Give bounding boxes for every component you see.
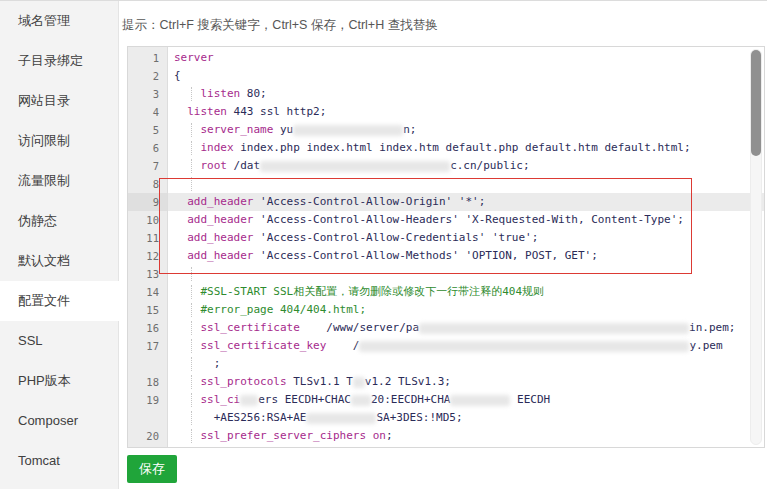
code-text[interactable]: add_header 'Access-Control-Allow-Headers… [168,211,764,229]
code-text[interactable]: listen 443 ssl http2; [168,103,764,121]
sidebar-item-rewrite[interactable]: 伪静态 [0,201,118,241]
syntax-text: EECDH [510,393,550,406]
code-line[interactable]: ; [128,355,764,373]
line-number: 20 [128,427,168,445]
code-text[interactable]: #SSL-START SSL相关配置，请勿删除或修改下一行带注释的404规则 [168,283,764,301]
line-number: 8 [128,175,168,193]
sidebar-item-sitedir[interactable]: 网站目录 [0,81,118,121]
sidebar-item-composer[interactable]: Composer [0,401,118,441]
syntax-text: n; [403,123,416,136]
code-line[interactable]: 2{ [128,67,764,85]
code-text[interactable]: ssl_ciers EECDH+CHAC20:EECDH+CHA EECDH [168,391,764,409]
code-text[interactable]: server [168,49,764,67]
code-text[interactable]: add_header 'Access-Control-Allow-Credent… [168,229,764,247]
code-line[interactable]: 14 #SSL-START SSL相关配置，请勿删除或修改下一行带注释的404规… [128,283,764,301]
redacted-blur [359,341,689,352]
line-number: 16 [128,319,168,337]
line-number: 12 [128,247,168,265]
code-rows[interactable]: 1server2{3 listen 80;4 listen 443 ssl ht… [128,49,764,445]
config-file-editor[interactable]: 1server2{3 listen 80;4 listen 443 ssl ht… [127,46,765,448]
code-line[interactable]: 3 listen 80; [128,85,764,103]
code-text[interactable]: add_header 'Access-Control-Allow-Origin'… [168,193,764,211]
code-line[interactable]: 15 #error_page 404/404.html; [128,301,764,319]
code-text[interactable]: ssl_certificate_key /y.pem [168,337,764,355]
code-text[interactable] [168,265,764,283]
code-line[interactable]: 6 index index.php index.html index.htm d… [128,139,764,157]
code-line[interactable]: 20 ssl_prefer_server_ciphers on; [128,427,764,445]
line-number: 6 [128,139,168,157]
code-line[interactable]: 7 root /datc.cn/public; [128,157,764,175]
sidebar-item-domain[interactable]: 域名管理 [0,1,118,41]
syntax-keyword: listen [201,87,241,100]
syntax-text: ers EECDH+CHAC [258,393,351,406]
syntax-text [174,141,201,154]
save-button[interactable]: 保存 [127,455,177,483]
syntax-text: ; [386,429,393,442]
sidebar-item-traffic[interactable]: 流量限制 [0,161,118,201]
editor-scrollbar[interactable] [750,49,762,445]
line-number: 14 [128,283,168,301]
code-line-active[interactable]: 9 add_header 'Access-Control-Allow-Origi… [128,193,764,211]
code-line[interactable]: +AES256:RSA+AESA+3DES:!MD5; [128,409,764,427]
syntax-keyword: ssl_protocols [201,375,287,388]
editor-hint-text: 提示：Ctrl+F 搜索关键字，Ctrl+S 保存，Ctrl+H 查找替换 [122,17,438,34]
code-line[interactable]: 18 ssl_protocols TLSv1.1 Tv1.2 TLSv1.3; [128,373,764,391]
code-text[interactable] [168,175,764,193]
line-number [128,409,168,427]
redacted-blur [293,125,403,136]
code-text[interactable]: #error_page 404/404.html; [168,301,764,319]
code-text[interactable]: ssl_certificate /www/server/pain.pem; [168,319,764,337]
sidebar-item-php[interactable]: PHP版本 [0,361,118,401]
line-number: 2 [128,67,168,85]
line-number: 5 [128,121,168,139]
code-text[interactable]: ; [168,355,764,373]
code-line[interactable]: 8 [128,175,764,193]
code-line[interactable]: 17 ssl_certificate_key /y.pem [128,337,764,355]
syntax-text [174,231,187,244]
code-text[interactable]: listen 80; [168,85,764,103]
code-text[interactable]: { [168,67,764,85]
code-line[interactable]: 4 listen 443 ssl http2; [128,103,764,121]
syntax-text [174,195,187,208]
syntax-text: y.pem [689,339,722,352]
code-line[interactable]: 10 add_header 'Access-Control-Allow-Head… [128,211,764,229]
scrollbar-thumb[interactable] [751,50,761,156]
code-text[interactable]: +AES256:RSA+AESA+3DES:!MD5; [168,409,764,427]
code-line[interactable]: 1server [128,49,764,67]
code-text[interactable]: ssl_prefer_server_ciphers on; [168,427,764,445]
sidebar-item-access[interactable]: 访问限制 [0,121,118,161]
syntax-text [174,321,201,334]
sidebar-item-default-doc[interactable]: 默认文档 [0,241,118,281]
syntax-text: SA+3DES:!MD5; [376,411,462,424]
sidebar-item-config-file[interactable]: 配置文件 [0,281,119,321]
syntax-text: +AES256:RSA+AE [174,411,306,424]
syntax-text [174,303,201,316]
code-text[interactable]: root /datc.cn/public; [168,157,764,175]
line-number: 17 [128,337,168,355]
syntax-text [174,123,201,136]
line-number: 19 [128,391,168,409]
line-number: 11 [128,229,168,247]
code-text[interactable]: index index.php index.html index.htm def… [168,139,764,157]
main-panel: 提示：Ctrl+F 搜索关键字，Ctrl+S 保存，Ctrl+H 查找替换 1s… [119,1,767,489]
syntax-text [174,105,187,118]
code-line[interactable]: 19 ssl_ciers EECDH+CHAC20:EECDH+CHA EECD… [128,391,764,409]
sidebar-item-ssl[interactable]: SSL [0,321,118,361]
syntax-comment: #error_page 404/404.html; [201,303,367,316]
code-text[interactable]: ssl_protocols TLSv1.1 Tv1.2 TLSv1.3; [168,373,764,391]
code-line[interactable]: 16 ssl_certificate /www/server/pain.pem; [128,319,764,337]
code-line[interactable]: 5 server_name yun; [128,121,764,139]
code-line[interactable]: 13 [128,265,764,283]
code-line[interactable]: 11 add_header 'Access-Control-Allow-Cred… [128,229,764,247]
redacted-blur [240,395,258,406]
line-number: 1 [128,49,168,67]
redacted-blur [419,323,689,334]
code-line[interactable]: 12 add_header 'Access-Control-Allow-Meth… [128,247,764,265]
syntax-text [366,429,373,442]
code-text[interactable]: add_header 'Access-Control-Allow-Methods… [168,247,764,265]
code-text[interactable]: server_name yun; [168,121,764,139]
line-number [128,355,168,373]
sidebar-item-tomcat[interactable]: Tomcat [0,441,118,481]
syntax-text: 'Access-Control-Allow-Headers' 'X-Reques… [253,213,683,226]
sidebar-item-subdir[interactable]: 子目录绑定 [0,41,118,81]
